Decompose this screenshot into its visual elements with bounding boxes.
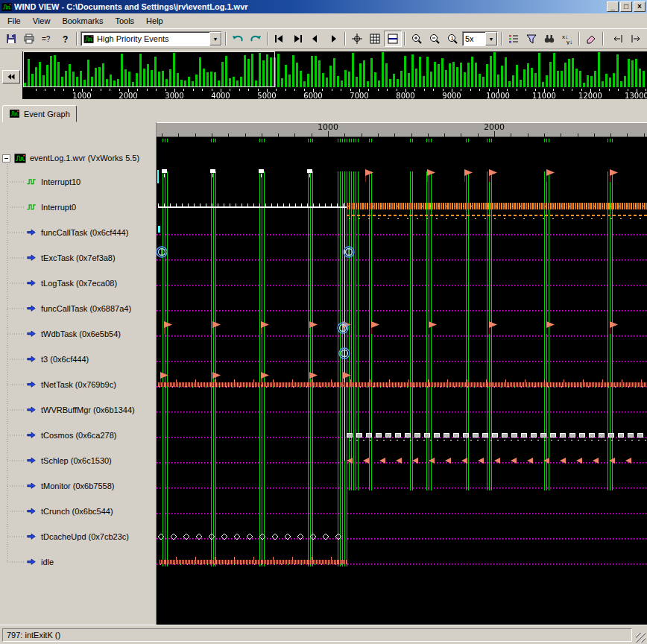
next-icon: [327, 33, 339, 45]
toolbar-separator: [602, 32, 604, 45]
center-on-cursor-button[interactable]: [348, 31, 366, 47]
overview-histogram[interactable]: [22, 51, 647, 99]
tree-item-tcrunch[interactable]: tCrunch (0x6bc544): [25, 502, 113, 520]
helparrow-icon: =?: [41, 33, 53, 45]
close-button[interactable]: ×: [634, 1, 646, 12]
jumpright-icon: [630, 33, 642, 45]
prev-event-button[interactable]: [306, 31, 324, 47]
print-button[interactable]: [20, 31, 38, 47]
status-bar: 797: intExitK (): [0, 625, 647, 644]
save-button[interactable]: [2, 31, 20, 47]
tree-expander[interactable]: [2, 154, 10, 162]
task-icon: [25, 304, 37, 314]
menu-bar: FileViewBookmarksToolsHelp: [0, 13, 647, 28]
go-last-event-button[interactable]: [288, 31, 306, 47]
search-events-button[interactable]: [540, 31, 558, 47]
tree-root[interactable]: eventLog.1.wvr (VxWorks 5.5): [2, 149, 139, 167]
toolbar-separator: [225, 32, 227, 45]
menu-view[interactable]: View: [27, 14, 57, 28]
tree-item-funccalltask[interactable]: funcCallTask (0x6887a4): [25, 300, 131, 318]
dropdown-arrow-icon[interactable]: ▼: [209, 32, 221, 45]
redo-icon: [250, 33, 262, 45]
menu-file[interactable]: File: [1, 14, 27, 28]
toolbar-separator: [404, 32, 405, 45]
next-event-button[interactable]: [324, 31, 342, 47]
binoculars-icon: [543, 33, 555, 45]
timeline-ruler[interactable]: [157, 122, 647, 137]
task-tree-panel: eventLog.1.wvr (VxWorks 5.5)Interrupt10I…: [0, 122, 157, 625]
event-filter-dialog-button[interactable]: [523, 31, 540, 47]
hsplit-icon: [387, 33, 399, 45]
zoom-level-combo[interactable]: 5x▼: [462, 31, 498, 46]
event-filter-value: High Priority Events: [97, 34, 169, 43]
undo-button[interactable]: [229, 31, 247, 47]
jump-next-button[interactable]: [627, 31, 645, 47]
zoom-in-button[interactable]: [408, 31, 426, 47]
maximize-button[interactable]: □: [620, 1, 632, 12]
event-filter-combo[interactable]: High Priority Events▼: [81, 31, 222, 46]
context-help-button[interactable]: =?: [38, 31, 56, 47]
tree-item-label: tCosmos (0x6ca278): [41, 431, 117, 440]
event-legend-button[interactable]: [505, 31, 523, 47]
svg-text:y↓: y↓: [566, 39, 572, 45]
jump-prev-button[interactable]: [609, 31, 627, 47]
tree-item-tmonitor[interactable]: tMonitor (0x6b7558): [25, 477, 114, 495]
task-icon: [25, 355, 37, 364]
zoom-level-value: 5x: [465, 34, 474, 43]
tree-item-interrupt10[interactable]: Interrupt10: [25, 173, 81, 191]
tree-item-tlogtask[interactable]: tLogTask (0x7eca08): [25, 274, 117, 292]
minus-icon: [4, 158, 8, 159]
tab-bar: Event Graph: [0, 103, 647, 122]
tree-item-idle[interactable]: idle: [25, 553, 54, 571]
list-icon: [508, 33, 520, 45]
status-message: 797: intExitK (): [2, 628, 632, 642]
toolbar-separator: [267, 32, 268, 45]
go-first-event-button[interactable]: [271, 31, 288, 47]
event-graph-canvas[interactable]: [157, 137, 647, 625]
approot-icon: [9, 109, 20, 119]
redo-button[interactable]: [247, 31, 265, 47]
tab-event-graph[interactable]: Event Graph: [2, 105, 77, 122]
titlebar[interactable]: WIND VIEW - C:\Documents and Settings\jr…: [0, 0, 647, 13]
zoom-full-button[interactable]: 1: [444, 31, 461, 47]
tree-item-label: tMonitor (0x6b7558): [41, 482, 114, 490]
event-graph-tab-icon: [9, 109, 20, 119]
tree-item-label: tNetTask (0x769b9c): [41, 380, 116, 389]
undo-icon: [232, 33, 244, 45]
menu-bookmarks[interactable]: Bookmarks: [56, 14, 109, 28]
tree-item-tdcacheupd[interactable]: tDcacheUpd (0x7cb23c): [25, 528, 129, 546]
task-icon: [25, 279, 37, 288]
dropdown-arrow-icon[interactable]: ▼: [485, 32, 497, 45]
tree-item-tcosmos[interactable]: tCosmos (0x6ca278): [25, 426, 117, 444]
tree-item-interrupt0[interactable]: Interrupt0: [25, 198, 76, 216]
zoom-out-button[interactable]: [426, 31, 444, 47]
tree-item-texctask[interactable]: tExcTask (0x7ef3a8): [25, 249, 116, 267]
tree-item-t3[interactable]: t3 (0x6cf444): [25, 350, 89, 368]
task-icon: [25, 380, 37, 390]
menu-tools[interactable]: Tools: [109, 14, 140, 28]
task-icon: [25, 253, 37, 263]
task-icon: [25, 405, 37, 415]
tree-item-funccalltask[interactable]: funcCallTask (0x6cf444): [25, 224, 128, 242]
tree-item-tnettask[interactable]: tNetTask (0x769b9c): [25, 376, 116, 394]
toggle-grid-button[interactable]: [366, 31, 384, 47]
tab-label: Event Graph: [24, 110, 70, 119]
tree-item-tschlep[interactable]: tSchlep (0x6c1530): [25, 452, 112, 470]
tree-item-twvrbuffmgr[interactable]: tWVRBuffMgr (0x6b1344): [25, 401, 135, 419]
toolbar-separator: [501, 32, 502, 45]
resize-grip[interactable]: [636, 633, 646, 643]
overview-pager-button[interactable]: [2, 70, 20, 83]
last-icon: [291, 33, 303, 45]
tree-item-label: funcCallTask (0x6887a4): [41, 304, 131, 313]
rewind-icon: [7, 72, 16, 81]
menu-help[interactable]: Help: [140, 14, 169, 28]
floppy-icon: [5, 33, 17, 45]
minimize-button[interactable]: _: [607, 1, 619, 12]
erase-marks-button[interactable]: [582, 31, 600, 47]
sort-tasks-button[interactable]: x↓y↓: [558, 31, 576, 47]
help-button[interactable]: ?: [56, 31, 74, 47]
split-view-button[interactable]: [384, 31, 402, 47]
interrupt-icon: [25, 177, 37, 187]
app-icon: [1, 2, 12, 12]
tree-item-twdbtask[interactable]: tWdbTask (0x6e5b54): [25, 325, 121, 343]
